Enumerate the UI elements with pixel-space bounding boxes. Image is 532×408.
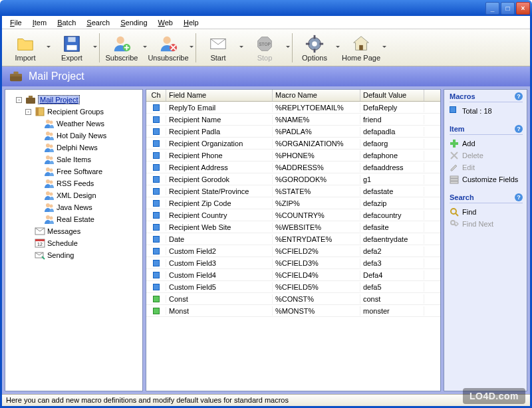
export-button[interactable]: Export <box>51 31 92 65</box>
table-row[interactable]: Recipient Name%NAME%friend <box>146 114 440 126</box>
tree-group-free-software[interactable]: Free Software <box>35 165 141 177</box>
maximize-button[interactable]: □ <box>501 2 515 15</box>
table-row[interactable]: Const%CONST%const <box>146 293 440 305</box>
tree-toggle[interactable]: - <box>16 97 22 103</box>
stop-button[interactable]: STOPStop <box>244 31 285 65</box>
svg-rect-19 <box>10 74 22 76</box>
tree-schedule[interactable]: 12Schedule <box>25 237 141 249</box>
cell-macro-name: %NAME% <box>273 115 360 124</box>
close-button[interactable]: × <box>516 2 530 15</box>
envelope-icon <box>208 34 228 52</box>
table-row[interactable]: Recipient Phone%PHONE%defaphone <box>146 150 440 161</box>
svg-point-27 <box>50 133 53 136</box>
cell-default-value: defa3 <box>360 258 424 268</box>
toolbar-label: Start <box>210 54 225 62</box>
separator <box>292 33 293 62</box>
cell-default-value: DefaReply <box>360 103 424 112</box>
table-body[interactable]: ReplyTo Email%REPLYTOEMAIL%DefaReplyReci… <box>146 102 440 391</box>
tree-toggle <box>35 181 41 187</box>
tree-label: Sending <box>47 251 74 259</box>
import-button[interactable]: Import <box>5 31 46 65</box>
dropdown-arrow-icon[interactable] <box>189 31 194 65</box>
table-row[interactable]: Custom Field2%CFIELD2%defa2 <box>146 245 440 257</box>
status-square-icon <box>153 296 160 302</box>
column-field-name[interactable]: Field Name <box>166 90 273 101</box>
column-macro-name[interactable]: Macro Name <box>273 90 360 101</box>
dropdown-arrow-icon[interactable] <box>382 31 387 65</box>
table-row[interactable]: Recipient Zip Code%ZIP%defazip <box>146 197 440 209</box>
tree-group-xml-design[interactable]: XML Design <box>35 189 141 201</box>
start-button[interactable]: Start <box>198 31 239 65</box>
tree-group-sale-items[interactable]: Sale Items <box>35 153 141 165</box>
table-row[interactable]: Custom Field5%CFIELD5%defa5 <box>146 281 440 293</box>
column-ch[interactable]: Ch <box>146 90 166 101</box>
dropdown-arrow-icon[interactable] <box>46 31 51 65</box>
side-item-customize-fields[interactable]: Customize Fields <box>450 173 523 185</box>
side-item-add[interactable]: Add <box>450 138 523 150</box>
svg-point-28 <box>46 144 50 148</box>
table-row[interactable]: Recipient Gorodok%GORODOK%g1 <box>146 173 440 185</box>
tree-root-item[interactable]: -Mail Project <box>16 94 141 106</box>
table-row[interactable]: Recipient Organization%ORGANIZATION%defa… <box>146 138 440 150</box>
calendar-icon: 12 <box>35 238 45 249</box>
cell-field-name: Recipient Padla <box>166 127 273 136</box>
svg-point-52 <box>451 209 456 214</box>
menu-bar: FileItemBatchSearchSendingWebHelp <box>2 16 530 29</box>
menu-search[interactable]: Search <box>81 17 115 28</box>
home-page-button[interactable]: Home Page <box>340 31 382 65</box>
menu-batch[interactable]: Batch <box>52 17 81 28</box>
cell-default-value: defastate <box>360 187 424 196</box>
tree-group-delphi-news[interactable]: Delphi News <box>35 142 141 153</box>
menu-web[interactable]: Web <box>153 17 178 28</box>
table-row[interactable]: Recipient Address%ADDRESS%defaaddress <box>146 161 440 173</box>
minimize-button[interactable]: _ <box>485 2 499 15</box>
subscribe-button[interactable]: Subscribe <box>101 31 142 65</box>
table-row[interactable]: Recipient Country%COUNTRY%defacountry <box>146 209 440 221</box>
menu-item[interactable]: Item <box>27 17 52 28</box>
dropdown-arrow-icon[interactable] <box>335 31 340 65</box>
plus-icon <box>450 139 459 148</box>
tree-sending[interactable]: Sending <box>25 249 141 261</box>
people-icon <box>44 202 55 213</box>
menu-help[interactable]: Help <box>178 17 204 28</box>
table-row[interactable]: Recipient State/Province%STATE%defastate <box>146 185 440 197</box>
table-row[interactable]: Monst%MONST%monster <box>146 305 440 317</box>
menu-file[interactable]: File <box>5 17 27 28</box>
svg-rect-16 <box>359 45 363 50</box>
dropdown-arrow-icon[interactable] <box>142 31 148 65</box>
help-icon[interactable]: ? <box>515 193 523 201</box>
tree-label: Hot Daily News <box>57 132 106 140</box>
help-icon[interactable]: ? <box>515 92 523 100</box>
dropdown-arrow-icon[interactable] <box>92 31 98 65</box>
status-square-icon <box>153 188 160 195</box>
menu-sending[interactable]: Sending <box>115 17 152 28</box>
separator <box>196 33 196 62</box>
table-row[interactable]: Custom Field4%CFIELD4%Defa4 <box>146 269 440 281</box>
table-row[interactable]: Recipient Padla%PADLA%defapadla <box>146 126 440 138</box>
column-default-value[interactable]: Default Value <box>360 90 424 101</box>
side-title: Search <box>450 193 474 201</box>
options-button[interactable]: Options <box>294 31 335 65</box>
table-row[interactable]: Date%ENTRYDATE%defaentrydate <box>146 233 440 245</box>
cell-macro-name: %STATE% <box>273 187 360 196</box>
tree-recipient-groups[interactable]: -Recipient Groups <box>25 106 141 118</box>
tree-toggle[interactable]: - <box>25 109 31 115</box>
table-row[interactable]: Custom Field3%CFIELD3%defa3 <box>146 257 440 269</box>
tree-group-hot-daily-news[interactable]: Hot Daily News <box>35 130 141 142</box>
dropdown-arrow-icon[interactable] <box>239 31 244 65</box>
table-row[interactable]: Recipient Web Site%WEBSITE%defasite <box>146 221 440 233</box>
side-item-total-18[interactable]: Total : 18 <box>450 105 523 117</box>
help-icon[interactable]: ? <box>515 125 523 133</box>
cell-field-name: Recipient Country <box>166 211 273 220</box>
tree-group-weather-news[interactable]: Weather News <box>35 118 141 130</box>
tree-messages[interactable]: Messages <box>25 225 141 237</box>
side-item-find[interactable]: Find <box>450 206 523 218</box>
tree-group-real-estate[interactable]: Real Estate <box>35 213 141 225</box>
tree-group-java-news[interactable]: Java News <box>35 201 141 213</box>
tree-group-rss-feeds[interactable]: RSS Feeds <box>35 177 141 189</box>
cell-field-name: Monst <box>166 306 273 316</box>
dropdown-arrow-icon[interactable] <box>285 31 291 65</box>
toolbar-label: Options <box>302 54 327 62</box>
table-row[interactable]: ReplyTo Email%REPLYTOEMAIL%DefaReply <box>146 102 440 114</box>
unsubscribe-button[interactable]: Unsubscribe <box>148 31 189 65</box>
